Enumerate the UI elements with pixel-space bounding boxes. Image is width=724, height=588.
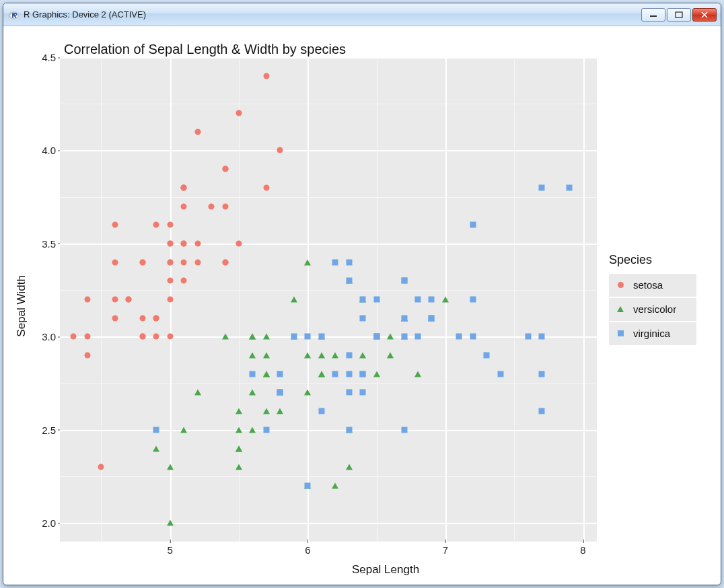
data-point (456, 334, 462, 340)
legend-item: versicolor (609, 298, 696, 321)
data-point (249, 427, 256, 433)
data-point (401, 278, 407, 284)
x-axis-label: Sepal Length (352, 563, 419, 577)
data-point (318, 353, 325, 359)
data-point (277, 147, 283, 153)
data-point (332, 482, 338, 488)
data-point (373, 297, 379, 303)
data-point (112, 315, 118, 321)
data-point (277, 408, 283, 414)
data-point (263, 334, 270, 340)
data-point (263, 427, 269, 433)
data-point (360, 371, 366, 377)
data-point (318, 334, 324, 340)
data-point (332, 371, 338, 377)
data-point (194, 240, 201, 246)
window-title: R Graphics: Device 2 (ACTIVE) (24, 9, 641, 20)
data-point (332, 259, 338, 265)
data-point (277, 390, 283, 396)
data-point (470, 297, 476, 303)
y-tick-label: 4.0 (42, 145, 56, 156)
data-point (305, 334, 311, 340)
data-point (153, 427, 159, 433)
data-point (346, 427, 352, 433)
r-app-icon (7, 9, 20, 21)
data-point (194, 259, 201, 265)
x-tick-label: 8 (580, 544, 585, 556)
data-point (414, 297, 421, 303)
data-point (263, 353, 270, 359)
data-point (304, 259, 311, 265)
data-point (153, 445, 159, 451)
x-tick-label: 6 (305, 544, 310, 556)
data-point (346, 464, 353, 470)
data-point (263, 371, 270, 377)
close-button[interactable] (692, 8, 717, 22)
r-graphics-window: R Graphics: Device 2 (ACTIVE) Sepal Widt… (3, 3, 721, 585)
data-point (346, 390, 352, 396)
data-point (373, 334, 379, 340)
data-point (181, 203, 187, 209)
data-point (112, 297, 118, 303)
svg-rect-2 (650, 15, 657, 17)
data-point (181, 240, 187, 246)
data-point (567, 184, 573, 190)
data-point (139, 334, 145, 340)
data-point (304, 390, 311, 396)
data-point (360, 297, 366, 303)
data-point (236, 445, 242, 451)
data-point (346, 353, 352, 359)
data-point (167, 259, 173, 265)
data-point (126, 297, 132, 303)
legend-item: setosa (609, 274, 696, 297)
data-point (318, 371, 325, 377)
data-point (414, 334, 421, 340)
data-point (539, 408, 545, 414)
legend-label: virginica (633, 328, 670, 339)
maximize-button[interactable] (667, 8, 691, 22)
data-point (525, 334, 531, 340)
minimize-button[interactable] (641, 8, 665, 22)
data-point (209, 203, 215, 209)
data-point (249, 390, 256, 396)
data-point (401, 334, 407, 340)
data-point (291, 334, 297, 340)
data-point (373, 371, 380, 377)
data-point (305, 482, 311, 488)
data-point (236, 464, 242, 470)
data-point (167, 222, 173, 228)
data-point (167, 464, 174, 470)
data-point (291, 297, 297, 303)
data-point (84, 353, 90, 359)
titlebar[interactable]: R Graphics: Device 2 (ACTIVE) (3, 3, 721, 26)
data-point (71, 334, 77, 340)
chart-container: Sepal Width 2.02.53.03.54.04.5 Correlati… (10, 33, 711, 579)
plot-area (60, 57, 597, 542)
data-point (332, 353, 338, 359)
data-point (250, 371, 256, 377)
legend-item: virginica (609, 322, 696, 345)
data-point (153, 222, 159, 228)
data-point (263, 73, 269, 79)
data-point (181, 278, 187, 284)
legend-label: versicolor (633, 303, 676, 315)
y-tick-label: 3.0 (42, 331, 56, 342)
square-icon (614, 328, 626, 340)
legend-label: setosa (633, 279, 663, 291)
data-point (153, 334, 159, 340)
triangle-icon (614, 303, 626, 316)
data-point (222, 334, 229, 340)
data-point (249, 353, 256, 359)
data-point (387, 353, 394, 359)
data-point (167, 278, 173, 284)
data-point (539, 184, 545, 190)
data-point (84, 334, 90, 340)
data-point (263, 184, 269, 190)
data-point (318, 408, 324, 414)
legend-title: Species (609, 253, 711, 267)
data-point (98, 464, 104, 470)
data-point (539, 334, 545, 340)
data-point (359, 353, 366, 359)
x-axis: 5678 (60, 542, 711, 560)
data-point (346, 259, 352, 265)
